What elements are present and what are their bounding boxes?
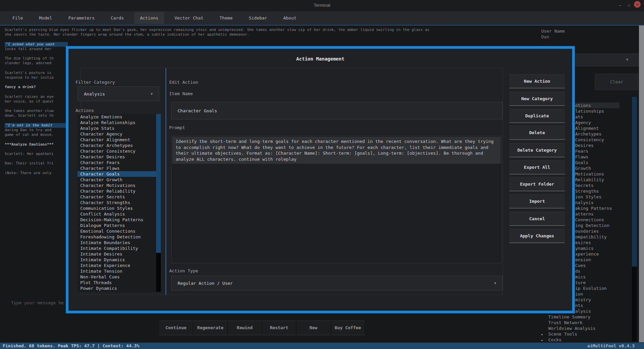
delete-button[interactable]: Delete [509,126,565,140]
action-item-intimate-tension[interactable]: Intimate Tension [78,268,156,274]
export-folder-button[interactable]: Export Folder [509,177,565,191]
action-item-character-strengths[interactable]: Character Strengths [78,200,156,205]
folder-label: Scene Tools [548,332,577,337]
filter-category-value: Analysis [84,91,105,96]
status-text: Finished. 68 tokens. Peak TPS: 47.7 | Co… [3,343,139,348]
chevron-down-icon: ▼ [626,57,628,62]
action-item-intimate-compatibility[interactable]: Intimate Compatibility [78,245,156,251]
action-item-intimate-boundaries[interactable]: Intimate Boundaries [78,240,156,245]
menu-underline [0,25,644,26]
action-item-power-dynamics[interactable]: Power Dynamics [78,285,156,291]
triangle-right-icon: ► [541,332,548,337]
action-item-analyze-emotions[interactable]: Analyze Emotions [78,114,156,120]
action-item-character-agency[interactable]: Character Agency [78,131,156,137]
menu-item-vector-chat[interactable]: Vector Chat [169,12,209,24]
chat-line: she savors the taste. Her slender finger… [5,32,528,37]
action-item-character-growth[interactable]: Character Growth [78,177,156,183]
actions-list-scrollbar-track[interactable] [156,253,161,292]
action-item-foreshadowing-detection[interactable]: Foreshadowing Detection [78,234,156,240]
action-item-plot-threads[interactable]: Plot Threads [78,280,156,285]
action-item-analyze-stats[interactable]: Analyze Stats [78,125,156,131]
action-item-dialogue-patterns[interactable]: Dialogue Patterns [78,223,156,228]
action-item-emotional-connections[interactable]: Emotional Connections [78,228,156,234]
action-type-value: Regular Action / User [178,281,233,286]
action-item-character-fears[interactable]: Character Fears [78,160,156,165]
cancel-button[interactable]: Cancel [509,212,565,226]
item-name-input[interactable]: Character Goals [171,102,503,119]
buy-coffee-button[interactable]: Buy Coffee [331,320,365,335]
edit-action-label: Edit Action [169,80,198,85]
action-item-character-secrets[interactable]: Character Secrets [78,194,156,200]
title-bar: Terminal – ▢ ✕ [0,0,644,11]
app-version: aiMultiFool v0.4.3 [587,343,635,348]
action-item-character-archetypes[interactable]: Character Archetypes [78,143,156,148]
new-category-button[interactable]: New Category [509,92,565,106]
terminal-window: Terminal – ▢ ✕ FileModelParametersCardsA… [0,0,644,349]
filter-category-select[interactable]: Analysis ▼ [78,86,159,101]
maximize-icon[interactable]: ▢ [625,2,633,9]
close-icon[interactable]: ✕ [634,1,641,8]
menu-item-cards[interactable]: Cards [105,12,130,24]
sidebar-scrollbar-track[interactable] [632,267,637,342]
action-item-conflict-analysis[interactable]: Conflict Analysis [78,211,156,217]
minimize-icon[interactable]: – [616,2,624,9]
sidebar-item-timeline-summary[interactable]: Timeline Summary [540,314,634,320]
action-item-character-reliability[interactable]: Character Reliability [78,188,156,194]
new-button[interactable]: New [297,320,330,335]
sidebar-item-worldview-analysis[interactable]: Worldview Analysis [540,325,634,331]
menu-item-parameters[interactable]: Parameters [62,12,100,24]
sidebar-item-trust-network[interactable]: Trust Network [540,320,634,325]
apply-changes-button[interactable]: Apply Changes [509,229,565,243]
action-item-decision-making-patterns[interactable]: Decision-Making Patterns [78,217,156,223]
action-item-intimate-dynamics[interactable]: Intimate Dynamics [78,257,156,263]
quoted-dialogue: "I asked what you want [5,42,68,47]
action-item-character-consistency[interactable]: Character Consistency [78,148,156,154]
import-button[interactable]: Import [509,194,565,208]
new-action-button[interactable]: New Action [509,74,565,88]
chat-line [5,37,528,42]
folder-label: Cocks [548,337,561,342]
action-item-non-verbal-cues[interactable]: Non-Verbal Cues [78,274,156,280]
item-name-label: Item Name [169,91,193,96]
chat-line: Scarlett's piercing blue eyes flicker up… [5,28,528,32]
action-item-analyze-relationships[interactable]: Analyze Relationships [78,120,156,125]
message-input[interactable]: Type your message he [11,300,64,305]
action-item-communication-styles[interactable]: Communication Styles [78,205,156,211]
action-item-character-goals[interactable]: Character Goals [78,171,156,177]
menu-item-file[interactable]: File [7,12,29,24]
menu-item-sidebar[interactable]: Sidebar [243,12,273,24]
restart-button[interactable]: Restart [262,320,296,335]
user-name-label: User Name [541,29,565,34]
prompt-textarea[interactable]: Identify the short-term and long-term go… [171,136,502,263]
duplicate-button[interactable]: Duplicate [509,109,565,123]
actions-list-scrollbar-thumb[interactable] [156,114,161,253]
action-type-select[interactable]: Regular Action / User ▼ [171,276,503,290]
sidebar-item-scene-tools[interactable]: ►Scene Tools [540,331,634,337]
sidebar-scrollbar-thumb[interactable] [632,97,637,267]
export-all-button[interactable]: Export All [509,160,565,174]
panel-divider [166,68,166,295]
status-bar: Finished. 68 tokens. Peak TPS: 47.7 | Co… [0,343,644,349]
delete-category-button[interactable]: Delete Category [509,143,565,157]
sidebar-item-cocks[interactable]: ►Cocks [540,337,634,343]
prompt-label: Prompt [169,125,185,130]
action-item-intimate-experience[interactable]: Intimate Experience [78,263,156,268]
clear-button[interactable]: Clear [595,74,638,90]
menu-item-about[interactable]: About [278,12,302,24]
continue-button[interactable]: Continue [159,320,193,335]
action-item-character-desires[interactable]: Character Desires [78,154,156,160]
regenerate-button[interactable]: Regenerate [193,320,227,335]
menu-item-actions[interactable]: Actions [134,12,164,24]
window-scrollbar[interactable] [639,26,644,342]
action-item-character-motivations[interactable]: Character Motivations [78,183,156,188]
quoted-dialogue: "I'm not in the habit [5,123,68,128]
action-item-intimate-desires[interactable]: Intimate Desires [78,251,156,257]
rewind-button[interactable]: Rewind [228,320,262,335]
menu-item-model[interactable]: Model [33,12,58,24]
action-item-character-alignment[interactable]: Character Alignment [78,137,156,143]
action-management-dialog: Action Management Filter Category Analys… [66,46,575,313]
action-item-character-flaws[interactable]: Character Flaws [78,165,156,171]
user-name-value: Dan [541,34,549,39]
action-type-label: Action Type [169,268,198,273]
menu-item-theme[interactable]: Theme [214,12,238,24]
